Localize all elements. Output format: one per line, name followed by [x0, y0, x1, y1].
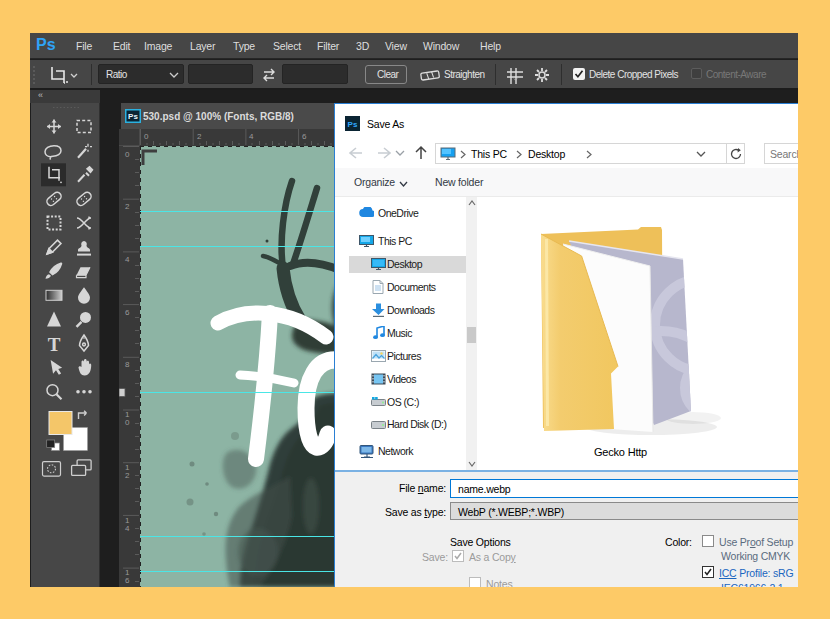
svg-text:Ps: Ps	[128, 112, 138, 121]
svg-text:4: 4	[125, 524, 130, 533]
svg-text:8: 8	[125, 360, 130, 369]
svg-text:T: T	[48, 334, 61, 355]
svg-text:2: 2	[125, 471, 130, 480]
svg-text:6: 6	[302, 132, 307, 141]
svg-text:4: 4	[249, 132, 254, 141]
svg-text:6: 6	[125, 308, 130, 317]
svg-text:Ps: Ps	[348, 120, 358, 129]
svg-text:0: 0	[125, 418, 130, 427]
svg-text:2: 2	[197, 132, 202, 141]
svg-text:0: 0	[125, 150, 130, 159]
svg-text:4: 4	[125, 255, 130, 264]
svg-text:0: 0	[144, 132, 149, 141]
svg-text:6: 6	[125, 576, 130, 585]
svg-text:2: 2	[125, 202, 130, 211]
